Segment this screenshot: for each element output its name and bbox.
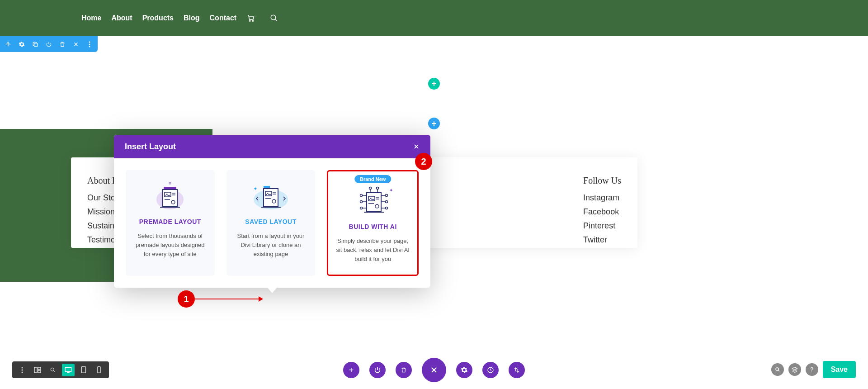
add-button[interactable]: + [343, 362, 359, 378]
nav-about[interactable]: About [111, 14, 132, 22]
footer-link[interactable]: Facebook [583, 207, 621, 217]
option-title: SAVED LAYOUT [234, 218, 308, 225]
option-saved-layout[interactable]: SAVED LAYOUT Start from a layout in your… [226, 170, 316, 276]
svg-point-54 [376, 187, 378, 190]
svg-rect-59 [34, 367, 37, 373]
svg-rect-4 [34, 43, 38, 46]
nav-products[interactable]: Products [142, 14, 174, 22]
site-header: Home About Products Blog Contact [0, 0, 868, 36]
svg-point-42 [360, 201, 362, 203]
nav-contact[interactable]: Contact [210, 14, 237, 22]
option-premade-layout[interactable]: PREMADE LAYOUT Select from thousands of … [126, 170, 215, 276]
power-icon[interactable] [45, 41, 52, 48]
annotation-marker-2: 2 [415, 153, 432, 170]
nav-blog[interactable]: Blog [184, 14, 200, 22]
help-icon[interactable]: ? [806, 363, 818, 376]
more-icon[interactable] [16, 364, 28, 376]
svg-rect-32 [367, 193, 381, 212]
build-ai-icon: ✦ [335, 185, 410, 218]
svg-point-9 [89, 46, 90, 47]
option-title: BUILD WITH AI [335, 223, 410, 230]
footer-link[interactable]: Instagram [583, 193, 621, 203]
saved-layout-icon [234, 180, 308, 213]
footer-link[interactable]: Twitter [583, 235, 621, 245]
svg-rect-38 [364, 212, 384, 213]
settings-button[interactable] [456, 362, 472, 378]
svg-rect-64 [65, 367, 71, 371]
svg-line-63 [53, 370, 55, 372]
svg-point-2 [271, 15, 276, 20]
svg-rect-20 [160, 207, 180, 208]
footer-follow-title: Follow Us [583, 176, 621, 186]
section-toolbar [0, 36, 98, 52]
svg-line-72 [778, 370, 779, 371]
svg-line-3 [275, 19, 277, 21]
nav-home[interactable]: Home [81, 14, 101, 22]
option-desc: Start from a layout in your Divi Library… [234, 232, 308, 259]
svg-point-52 [369, 187, 371, 190]
option-desc: Simply describe your page, sit back, rel… [335, 237, 410, 264]
svg-point-0 [250, 20, 250, 21]
layers-icon[interactable] [788, 363, 801, 376]
svg-rect-61 [38, 370, 41, 373]
svg-point-21 [169, 182, 171, 184]
modal-title: Insert Layout [125, 142, 176, 152]
svg-point-7 [89, 41, 90, 43]
svg-rect-31 [254, 187, 257, 190]
phone-view-icon[interactable] [93, 364, 105, 376]
svg-point-56 [22, 367, 23, 368]
insert-layout-modal: Insert Layout PREMADE LAYOUT Select from… [114, 135, 430, 288]
svg-text:✦: ✦ [389, 188, 393, 193]
history-button[interactable] [482, 362, 499, 378]
modal-header: Insert Layout [114, 135, 430, 158]
bottom-right-group: ? Save [771, 361, 856, 378]
cart-icon[interactable] [246, 14, 255, 22]
power-button[interactable] [369, 362, 386, 378]
option-title: PREMADE LAYOUT [133, 218, 208, 225]
save-button[interactable]: Save [823, 361, 856, 378]
close-icon[interactable] [72, 41, 80, 48]
svg-point-8 [89, 43, 90, 45]
svg-point-58 [22, 371, 23, 373]
svg-point-48 [385, 201, 387, 203]
annotation-marker-1: 1 [178, 290, 195, 308]
annotation-arrowhead [259, 296, 263, 302]
search-small-icon[interactable] [771, 363, 784, 376]
move-icon[interactable] [5, 41, 12, 48]
footer-col-follow: Follow Us Instagram Facebook Pinterest T… [583, 176, 621, 230]
modal-body: PREMADE LAYOUT Select from thousands of … [114, 158, 430, 288]
svg-point-50 [385, 207, 387, 209]
option-desc: Select from thousands of premade layouts… [133, 232, 208, 259]
add-section-button[interactable]: + [428, 78, 440, 90]
svg-point-57 [22, 369, 23, 370]
zoom-icon[interactable] [47, 364, 59, 376]
import-export-button[interactable] [509, 362, 525, 378]
search-icon[interactable] [270, 14, 278, 22]
close-builder-button[interactable] [422, 358, 446, 382]
footer-link[interactable]: Pinterest [583, 221, 621, 231]
svg-rect-66 [82, 367, 86, 373]
premade-layout-icon [133, 180, 208, 213]
svg-point-44 [360, 207, 362, 209]
svg-rect-67 [98, 367, 100, 373]
svg-rect-60 [38, 367, 41, 370]
trash-icon[interactable] [59, 41, 66, 48]
annotation-arrow [194, 299, 261, 299]
option-build-with-ai[interactable]: Brand New ✦ BUILD WITH AI Simply describ… [327, 170, 419, 276]
svg-point-46 [385, 194, 387, 197]
svg-rect-30 [261, 207, 281, 208]
add-row-button[interactable]: + [428, 118, 440, 129]
svg-point-1 [252, 20, 253, 21]
wireframe-icon[interactable] [31, 364, 44, 376]
more-icon[interactable] [86, 41, 93, 48]
trash-button[interactable] [396, 362, 412, 378]
brand-new-badge: Brand New [354, 175, 391, 183]
gear-icon[interactable] [18, 41, 25, 48]
builder-toolbar: + [343, 358, 525, 382]
view-toolbar [12, 361, 109, 378]
modal-close-button[interactable] [413, 143, 420, 150]
duplicate-icon[interactable] [32, 41, 39, 48]
tablet-view-icon[interactable] [77, 364, 90, 376]
svg-point-40 [360, 194, 362, 197]
desktop-view-icon[interactable] [62, 364, 75, 376]
